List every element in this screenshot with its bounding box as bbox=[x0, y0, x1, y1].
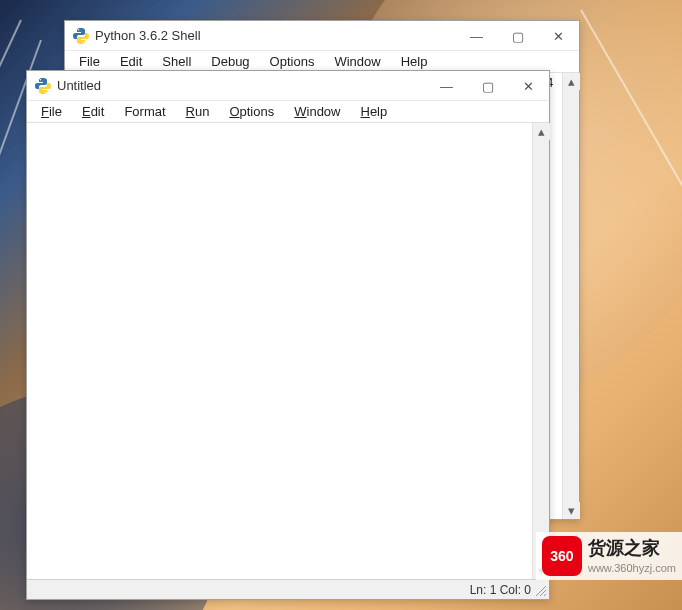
watermark-badge: 360 bbox=[542, 536, 582, 576]
shell-title: Python 3.6.2 Shell bbox=[95, 28, 456, 43]
menu-window[interactable]: Window bbox=[284, 102, 350, 121]
menu-help[interactable]: Help bbox=[350, 102, 397, 121]
watermark-url: www.360hyzj.com bbox=[588, 561, 676, 575]
editor-content: ▴ ▾ bbox=[27, 123, 549, 579]
editor-window-controls: — ▢ ✕ bbox=[426, 71, 549, 100]
shell-window-controls: — ▢ ✕ bbox=[456, 21, 579, 50]
watermark-title: 货源之家 bbox=[588, 537, 676, 560]
minimize-button[interactable]: — bbox=[456, 21, 497, 51]
python-icon bbox=[73, 28, 89, 44]
menu-edit[interactable]: Edit bbox=[110, 52, 152, 71]
editor-titlebar[interactable]: Untitled — ▢ ✕ bbox=[27, 71, 549, 101]
close-button[interactable]: ✕ bbox=[538, 21, 579, 51]
editor-text-area[interactable] bbox=[27, 123, 532, 579]
shell-scrollbar[interactable]: ▴ ▾ bbox=[562, 73, 579, 519]
editor-menubar: File Edit Format Run Options Window Help bbox=[27, 101, 549, 123]
editor-title: Untitled bbox=[57, 78, 426, 93]
menu-format[interactable]: Format bbox=[114, 102, 175, 121]
menu-file[interactable]: File bbox=[31, 102, 72, 121]
menu-run[interactable]: Run bbox=[176, 102, 220, 121]
editor-scrollbar[interactable]: ▴ ▾ bbox=[532, 123, 549, 579]
menu-file[interactable]: File bbox=[69, 52, 110, 71]
scroll-up-icon[interactable]: ▴ bbox=[533, 123, 550, 140]
shell-titlebar[interactable]: Python 3.6.2 Shell — ▢ ✕ bbox=[65, 21, 579, 51]
editor-window: Untitled — ▢ ✕ File Edit Format Run Opti… bbox=[26, 70, 550, 600]
minimize-button[interactable]: — bbox=[426, 71, 467, 101]
menu-shell[interactable]: Shell bbox=[152, 52, 201, 71]
menu-window[interactable]: Window bbox=[324, 52, 390, 71]
menu-help[interactable]: Help bbox=[391, 52, 438, 71]
menu-debug[interactable]: Debug bbox=[201, 52, 259, 71]
close-button[interactable]: ✕ bbox=[508, 71, 549, 101]
maximize-button[interactable]: ▢ bbox=[467, 71, 508, 101]
editor-statusbar: Ln: 1 Col: 0 bbox=[27, 579, 549, 599]
maximize-button[interactable]: ▢ bbox=[497, 21, 538, 51]
resize-grip-icon[interactable] bbox=[535, 585, 547, 597]
status-position: Ln: 1 Col: 0 bbox=[470, 583, 531, 597]
python-icon bbox=[35, 78, 51, 94]
scroll-down-icon[interactable]: ▾ bbox=[563, 502, 580, 519]
scroll-up-icon[interactable]: ▴ bbox=[563, 73, 580, 90]
menu-edit[interactable]: Edit bbox=[72, 102, 114, 121]
watermark: 360 货源之家 www.360hyzj.com bbox=[536, 532, 682, 580]
menu-options[interactable]: Options bbox=[219, 102, 284, 121]
menu-options[interactable]: Options bbox=[260, 52, 325, 71]
